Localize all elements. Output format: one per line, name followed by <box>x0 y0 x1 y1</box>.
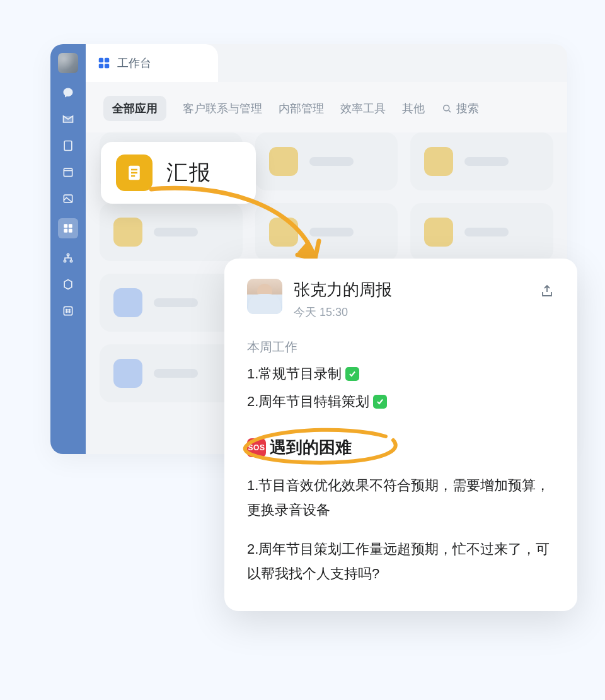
feature-report-card[interactable]: 汇报 <box>101 142 256 204</box>
apps-grid-icon[interactable] <box>58 218 78 238</box>
titlebar: 工作台 <box>86 44 218 82</box>
app-icon <box>424 147 453 176</box>
difficulty-heading: SOS 遇到的困难 <box>247 436 352 458</box>
report-panel: 张克力的周报 今天 15:30 本周工作 1.常规节目录制 2.周年节目特辑策划… <box>224 259 577 611</box>
svg-rect-3 <box>64 224 67 228</box>
tab-search[interactable]: 搜索 <box>441 101 479 116</box>
stage: 工作台 全部应用 客户联系与管理 内部管理 效率工具 其他 搜索 <box>0 0 605 700</box>
svg-rect-13 <box>99 64 103 68</box>
svg-rect-12 <box>105 58 109 62</box>
difficulty-heading-text: 遇到的困难 <box>270 436 352 458</box>
search-label: 搜索 <box>456 101 479 116</box>
svg-point-8 <box>64 260 66 262</box>
app-label-placeholder <box>154 298 198 307</box>
workbench-icon <box>97 56 111 70</box>
section-week-label: 本周工作 <box>247 339 555 356</box>
image-icon[interactable] <box>61 192 75 206</box>
chat-icon[interactable] <box>61 86 75 100</box>
svg-point-9 <box>70 260 72 262</box>
check-icon <box>373 395 387 409</box>
svg-rect-10 <box>64 306 72 315</box>
search-icon <box>441 103 452 114</box>
svg-point-15 <box>444 105 449 111</box>
tab-other[interactable]: 其他 <box>402 101 425 116</box>
app-icon <box>424 218 453 247</box>
app-label-placeholder <box>154 228 198 236</box>
feature-label: 汇报 <box>166 158 212 187</box>
author-avatar[interactable] <box>247 279 282 314</box>
check-icon <box>345 367 359 381</box>
svg-rect-4 <box>69 224 72 228</box>
app-card[interactable] <box>100 203 243 261</box>
app-card[interactable] <box>410 132 553 190</box>
app-icon <box>113 359 142 388</box>
app-label-placeholder <box>154 369 198 378</box>
svg-rect-0 <box>64 141 72 151</box>
week-item-text: 1.常规节目录制 <box>247 365 342 383</box>
svg-rect-18 <box>131 172 137 174</box>
titlebar-label: 工作台 <box>117 55 151 71</box>
app-label-placeholder <box>464 157 509 166</box>
app-card[interactable] <box>255 132 398 190</box>
app-label-placeholder <box>464 228 509 236</box>
user-avatar[interactable] <box>58 53 78 73</box>
document-icon[interactable] <box>61 139 75 153</box>
org-chart-icon[interactable] <box>61 251 75 265</box>
sidebar <box>50 44 86 454</box>
week-item-text: 2.周年节目特辑策划 <box>247 392 369 411</box>
svg-rect-19 <box>131 175 135 177</box>
share-icon[interactable] <box>539 284 555 301</box>
svg-rect-1 <box>64 168 72 177</box>
tab-internal[interactable]: 内部管理 <box>279 101 324 116</box>
app-label-placeholder <box>309 228 354 236</box>
svg-point-7 <box>67 254 69 255</box>
tab-customer[interactable]: 客户联系与管理 <box>183 101 262 116</box>
svg-rect-17 <box>131 169 137 171</box>
svg-rect-5 <box>64 229 67 233</box>
difficulty-item: 2.周年节目策划工作量远超预期，忙不过来了，可以帮我找个人支持吗? <box>247 537 555 586</box>
tab-all-apps[interactable]: 全部应用 <box>103 96 166 121</box>
app-icon <box>269 147 298 176</box>
app-card[interactable] <box>255 203 398 261</box>
report-header: 张克力的周报 今天 15:30 <box>247 279 555 320</box>
report-title: 张克力的周报 <box>294 279 392 301</box>
app-card[interactable] <box>100 274 243 332</box>
sos-icon: SOS <box>247 438 266 457</box>
calendar-icon[interactable] <box>61 165 75 179</box>
difficulty-item: 1.节目音效优化效果不符合预期，需要增加预算，更换录音设备 <box>247 474 555 522</box>
week-item: 1.常规节目录制 <box>247 365 555 383</box>
app-card[interactable] <box>100 344 243 402</box>
app-icon <box>113 218 142 247</box>
week-item: 2.周年节目特辑策划 <box>247 392 555 411</box>
svg-rect-6 <box>69 229 72 233</box>
report-app-icon <box>116 155 153 191</box>
tabs: 全部应用 客户联系与管理 内部管理 效率工具 其他 搜索 <box>86 82 567 132</box>
hexagon-icon[interactable] <box>61 277 75 291</box>
svg-rect-11 <box>99 58 103 62</box>
report-time: 今天 15:30 <box>294 305 392 320</box>
mail-icon[interactable] <box>61 112 75 126</box>
svg-rect-14 <box>105 64 109 68</box>
app-label-placeholder <box>309 157 354 166</box>
hash-icon[interactable] <box>61 304 75 318</box>
app-card[interactable] <box>410 203 553 261</box>
app-icon <box>113 288 142 317</box>
tab-tools[interactable]: 效率工具 <box>340 101 386 116</box>
app-icon <box>269 218 298 247</box>
